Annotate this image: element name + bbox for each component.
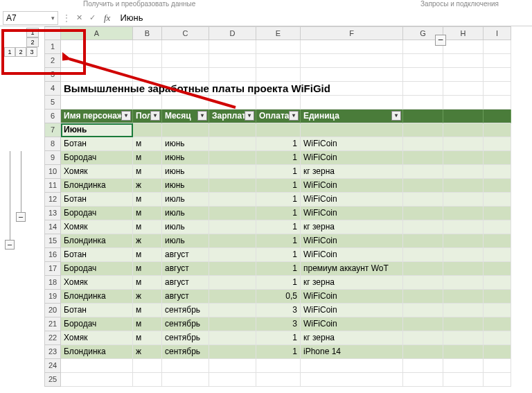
cell[interactable] (162, 40, 209, 54)
cell[interactable] (133, 68, 162, 82)
cell[interactable]: Ботан (61, 248, 133, 262)
cell[interactable] (484, 248, 511, 262)
cell[interactable]: 1 (256, 276, 301, 290)
cell[interactable] (209, 123, 256, 137)
cell[interactable] (443, 276, 484, 290)
row-header[interactable]: 11 (44, 179, 61, 193)
cell[interactable] (403, 193, 443, 207)
cell[interactable] (484, 345, 511, 359)
cell[interactable]: 1 (256, 207, 301, 220)
cell[interactable] (209, 220, 256, 234)
cell[interactable]: м (133, 207, 162, 220)
cell[interactable] (484, 220, 511, 234)
cell[interactable] (162, 96, 209, 110)
cell[interactable] (403, 304, 443, 317)
cell[interactable] (256, 68, 301, 82)
cell[interactable] (443, 304, 484, 317)
cell[interactable] (133, 359, 162, 373)
row-header[interactable]: 6 (44, 110, 61, 123)
cell[interactable]: Имя персонажа▾ (61, 110, 133, 123)
cell[interactable] (484, 165, 511, 179)
cell[interactable] (162, 68, 209, 82)
cell[interactable] (61, 68, 133, 82)
row-outline-level-1[interactable]: 1 (4, 47, 15, 57)
cell[interactable] (403, 220, 443, 234)
cell[interactable] (209, 373, 256, 387)
cell[interactable]: Зарплата▾ (209, 110, 256, 123)
cell[interactable] (443, 248, 484, 262)
cell[interactable]: 1 (256, 262, 301, 276)
cell[interactable] (484, 179, 511, 193)
cell[interactable] (209, 304, 256, 317)
cell[interactable] (484, 234, 511, 248)
cell[interactable]: м (133, 262, 162, 276)
cell[interactable] (484, 96, 511, 110)
cell[interactable]: кг зерна (301, 276, 403, 290)
cell[interactable] (484, 68, 511, 82)
cell[interactable]: WiFiCoin (301, 179, 403, 193)
cell[interactable] (443, 110, 484, 123)
cell[interactable] (443, 317, 484, 331)
cell[interactable] (443, 207, 484, 220)
cell[interactable] (443, 359, 484, 373)
cell[interactable]: WiFiCoin (301, 151, 403, 165)
cell[interactable] (256, 359, 301, 373)
cell[interactable]: ж (133, 234, 162, 248)
cell[interactable]: июль (162, 207, 209, 220)
formula-input[interactable] (117, 12, 529, 24)
cell[interactable] (162, 123, 209, 137)
column-header-E[interactable]: E (256, 26, 301, 40)
cell[interactable]: ж (133, 290, 162, 304)
cell[interactable]: м (133, 276, 162, 290)
row-outline-level-2[interactable]: 2 (15, 47, 26, 57)
cell[interactable] (403, 68, 443, 82)
cell[interactable] (403, 276, 443, 290)
cell[interactable] (484, 331, 511, 345)
cell[interactable] (162, 54, 209, 68)
cell[interactable]: Ботан (61, 193, 133, 207)
cell[interactable] (484, 317, 511, 331)
row-header[interactable]: 21 (44, 317, 61, 331)
cell[interactable]: 1 (256, 234, 301, 248)
column-header-A[interactable]: A (61, 26, 133, 40)
row-header[interactable]: 4 (44, 82, 61, 96)
cell[interactable]: WiFiCoin (301, 248, 403, 262)
cell[interactable] (484, 123, 511, 137)
outline-collapse-button[interactable]: – (5, 240, 15, 250)
cell[interactable] (301, 123, 403, 137)
cell[interactable] (61, 96, 133, 110)
cell[interactable] (403, 179, 443, 193)
cell[interactable]: 3 (256, 317, 301, 331)
cell[interactable] (484, 262, 511, 276)
cell[interactable]: WiFiCoin (301, 193, 403, 207)
cell[interactable] (209, 40, 256, 54)
cell[interactable] (209, 345, 256, 359)
enter-icon[interactable]: ✓ (88, 13, 97, 22)
column-header-H[interactable]: H (443, 26, 484, 40)
cell[interactable] (403, 331, 443, 345)
cell[interactable] (403, 54, 443, 68)
cell[interactable]: сентябрь (162, 317, 209, 331)
row-header[interactable]: 2 (44, 54, 61, 68)
cell[interactable] (403, 248, 443, 262)
cell[interactable]: Ботан (61, 304, 133, 317)
filter-dropdown-icon[interactable]: ▾ (245, 111, 254, 121)
cell[interactable]: сентябрь (162, 331, 209, 345)
column-header-B[interactable]: B (133, 26, 162, 40)
cell[interactable] (209, 276, 256, 290)
cell[interactable]: м (133, 248, 162, 262)
row-header[interactable]: 5 (44, 96, 61, 110)
row-header[interactable]: 9 (44, 151, 61, 165)
cell[interactable]: 1 (256, 179, 301, 193)
cell[interactable]: июнь (162, 165, 209, 179)
row-header[interactable]: 22 (44, 331, 61, 345)
column-outline-collapse-button[interactable]: – (435, 35, 446, 46)
column-header-I[interactable]: I (484, 26, 511, 40)
cell[interactable]: м (133, 137, 162, 151)
cell[interactable] (133, 123, 162, 137)
cell[interactable]: Бородач (61, 317, 133, 331)
cell[interactable] (443, 179, 484, 193)
cell[interactable]: Блондинка (61, 234, 133, 248)
cell[interactable] (403, 123, 443, 137)
cell[interactable] (61, 359, 133, 373)
